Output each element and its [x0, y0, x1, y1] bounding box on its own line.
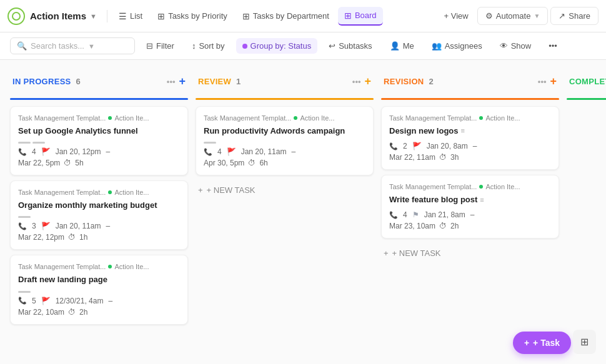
- col-more-icon[interactable]: •••: [538, 77, 547, 86]
- lines-icon: ≡: [480, 195, 484, 205]
- column-complete: COMPLETE 0 ••• +: [567, 70, 606, 354]
- card-footer: Mar 22, 11am ⏱ 3h: [389, 153, 551, 162]
- nav-separator: [107, 10, 107, 22]
- sort-btn[interactable]: ↕ Sort by: [186, 38, 231, 54]
- plus-icon: +: [384, 248, 389, 258]
- show-btn[interactable]: 👁 Show: [494, 38, 538, 54]
- tab-tasks-priority[interactable]: ⊞ Tasks by Priority: [151, 7, 234, 25]
- phone-icon: 📞: [389, 211, 398, 219]
- card-write-blog[interactable]: Task Management Templat... Action Ite...…: [381, 175, 559, 239]
- flag-icon: 🚩: [41, 297, 51, 305]
- more-icon: •••: [549, 41, 557, 51]
- col-bar-revision: [381, 98, 559, 100]
- phone-icon: 📞: [18, 297, 27, 305]
- card-meta: Task Management Templat... Action Ite...: [18, 114, 180, 122]
- plus-icon: +: [198, 185, 203, 195]
- filter-icon: ⊟: [146, 41, 153, 51]
- card-row: 📞 4 ⚑ Jan 21, 8am –: [389, 210, 551, 219]
- phone-icon: 📞: [18, 222, 27, 230]
- card-draft-landing[interactable]: Task Management Templat... Action Ite...…: [10, 255, 188, 324]
- clock-icon: ⏱: [439, 222, 447, 230]
- col-more-icon[interactable]: •••: [167, 77, 176, 86]
- subtasks-icon: ↩: [329, 41, 335, 51]
- col-add-icon[interactable]: +: [364, 75, 371, 88]
- search-box[interactable]: 🔍 Search tasks... ▼: [10, 37, 135, 54]
- card-design-logos[interactable]: Task Management Templat... Action Ite...…: [381, 106, 559, 170]
- col-actions-review[interactable]: ••• +: [352, 75, 371, 88]
- toolbar: 🔍 Search tasks... ▼ ⊟ Filter ↕ Sort by G…: [0, 32, 606, 60]
- show-icon: 👁: [500, 41, 508, 51]
- flag-icon: 🚩: [412, 142, 422, 150]
- card-meta: Task Management Templat... Action Ite...: [18, 189, 180, 196]
- col-header-complete: COMPLETE 0 ••• +: [567, 70, 606, 93]
- new-task-review[interactable]: + + NEW TASK: [196, 180, 374, 200]
- col-actions-in-progress[interactable]: ••• +: [167, 75, 186, 88]
- view-btn[interactable]: + View: [438, 7, 475, 24]
- group-dot: [242, 44, 247, 49]
- card-organize-marketing[interactable]: Task Management Templat... Action Ite...…: [10, 180, 188, 250]
- column-review: REVIEW 1 ••• + Task Management Templat..…: [196, 70, 374, 354]
- tab-tasks-dept[interactable]: ⊞ Tasks by Department: [236, 7, 335, 25]
- me-icon: 👤: [390, 41, 400, 51]
- dept-icon: ⊞: [242, 11, 250, 21]
- lines-icon: ≡: [461, 126, 465, 135]
- col-bar-complete: [567, 98, 606, 100]
- me-btn[interactable]: 👤 Me: [384, 38, 420, 54]
- nav-chevron-icon: ▼: [90, 12, 97, 20]
- top-nav: Action Items ▼ ☰ List ⊞ Tasks by Priorit…: [0, 0, 606, 32]
- automate-icon: ⚙: [485, 11, 493, 21]
- tab-list[interactable]: ☰ List: [112, 7, 149, 25]
- col-header-in-progress: IN PROGRESS 6 ••• +: [10, 70, 188, 93]
- status-dot: [108, 190, 112, 194]
- more-options-btn[interactable]: •••: [542, 38, 564, 54]
- status-dot: [479, 116, 483, 120]
- clock-icon: ⏱: [68, 233, 76, 242]
- col-bar-in-progress: [10, 98, 188, 100]
- phone-icon: 📞: [389, 142, 398, 150]
- card-set-up-analytics[interactable]: Task Management Templat... Action Ite...…: [10, 106, 188, 175]
- flag-icon: 🚩: [41, 147, 51, 156]
- card-footer: Mar 22, 5pm ⏱ 5h: [18, 159, 180, 167]
- card-row: 📞 3 🚩 Jan 20, 11am –: [18, 222, 180, 230]
- phone-icon: 📞: [18, 148, 27, 156]
- tab-board[interactable]: ⊞ Board: [338, 7, 383, 26]
- clock-icon: ⏱: [439, 153, 447, 162]
- assignees-btn[interactable]: 👥 Assignees: [425, 38, 489, 54]
- grid-view-btn[interactable]: ⊞: [573, 330, 596, 354]
- group-status-btn[interactable]: Group by: Status: [236, 38, 318, 54]
- card-run-adwords[interactable]: Task Management Templat... Action Ite...…: [196, 106, 374, 175]
- grid-icon: ⊞: [580, 337, 589, 347]
- col-count-revision: 2: [429, 77, 434, 86]
- card-row: 📞 4 🚩 Jan 20, 12pm –: [18, 147, 180, 156]
- col-header-revision: REVISION 2 ••• +: [381, 70, 559, 93]
- col-add-icon[interactable]: +: [550, 75, 557, 88]
- filter-btn[interactable]: ⊟ Filter: [140, 38, 181, 54]
- card-footer: Apr 30, 5pm ⏱ 6h: [204, 159, 365, 167]
- col-header-review: REVIEW 1 ••• +: [196, 70, 374, 93]
- clock-icon: ⏱: [64, 159, 71, 167]
- card-title: Organize monthly marketing budget: [18, 200, 180, 211]
- app-logo: [7, 7, 25, 25]
- automate-btn[interactable]: ⚙ Automate ▼: [477, 7, 549, 25]
- subtasks-btn[interactable]: ↩ Subtasks: [322, 38, 378, 54]
- status-dot: [108, 116, 112, 120]
- col-count-in-progress: 6: [76, 77, 81, 86]
- task-fab-icon: +: [524, 338, 529, 348]
- card-meta: Task Management Templat... Action Ite...: [389, 114, 551, 122]
- card-row: 📞 4 🚩 Jan 20, 11am –: [204, 147, 365, 156]
- search-icon: 🔍: [17, 41, 27, 51]
- flag-icon: 🚩: [227, 147, 236, 156]
- col-more-icon[interactable]: •••: [352, 77, 361, 86]
- share-btn[interactable]: ↗ Share: [550, 7, 599, 25]
- flag-icon: 🚩: [41, 222, 51, 230]
- col-title-in-progress: IN PROGRESS: [12, 77, 71, 86]
- col-actions-revision[interactable]: ••• +: [538, 75, 557, 88]
- clock-icon: ⏱: [248, 159, 256, 167]
- col-add-icon[interactable]: +: [179, 75, 186, 88]
- task-fab[interactable]: + + Task: [513, 332, 571, 354]
- card-title: Set up Google Analytics funnel: [18, 125, 180, 137]
- search-chevron-icon: ▼: [88, 42, 95, 50]
- board-icon: ⊞: [344, 11, 352, 21]
- new-task-revision[interactable]: + + NEW TASK: [381, 243, 559, 263]
- card-meta: Task Management Templat... Action Ite...: [389, 183, 551, 190]
